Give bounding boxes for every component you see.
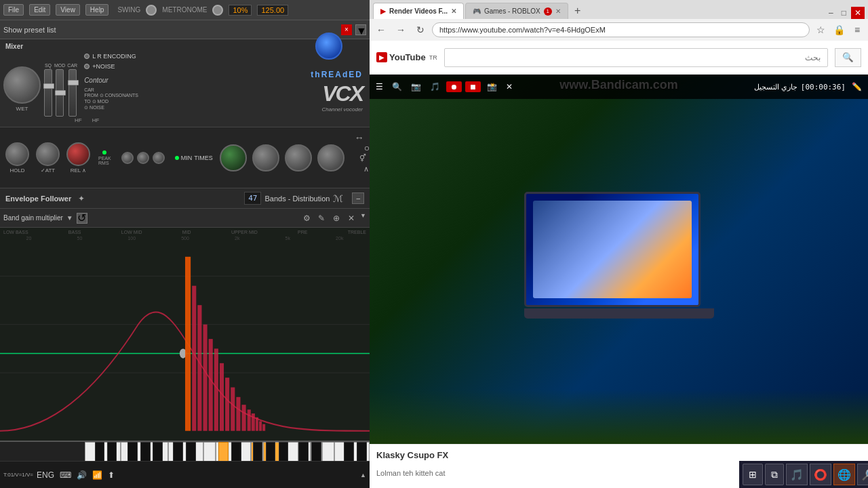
browser-tab-render[interactable]: ▶ Render Videos F... ✕ — [373, 3, 464, 19]
channel-name: Lolman teh kitteh cat — [376, 469, 446, 477]
laptop-screen — [524, 192, 701, 307]
vc-arabic-text: جاري التسجيل — [519, 83, 797, 92]
svg-rect-14 — [236, 397, 240, 431]
taskbar-app-1[interactable]: 🎵 — [786, 464, 808, 485]
small-knob-1[interactable] — [121, 152, 134, 164]
ltb-lang[interactable]: ENG — [37, 470, 54, 480]
min-led — [175, 156, 179, 160]
bg-edit-btn[interactable]: ✎ — [315, 212, 328, 224]
bg-settings-btn[interactable]: ⚙ — [300, 212, 313, 224]
large-knob-3[interactable] — [285, 144, 312, 171]
vc-zoom-btn[interactable]: 🔍 — [389, 81, 405, 93]
edit-menu-btn[interactable]: Edit — [29, 4, 50, 16]
svg-rect-18 — [256, 418, 258, 431]
bg-sync-btn[interactable]: ↺ — [77, 213, 87, 224]
rel-knob-group: REL ∧ — [66, 142, 90, 174]
forward-btn[interactable]: → — [393, 22, 409, 38]
new-tab-btn[interactable]: + — [570, 3, 586, 19]
preset-close-btn[interactable]: × — [341, 24, 352, 35]
vcx-title-group: VCX — [322, 81, 363, 106]
youtube-content: ▶ YouTube TR 🔍 www.Bandicam.com — [370, 41, 868, 488]
taskbar-app-4[interactable]: 🔎 — [857, 464, 868, 485]
bands-num: 47 — [244, 192, 261, 205]
vc-camera-btn[interactable]: 📸 — [484, 81, 500, 93]
bg-icon-group: ⚙ ✎ ⊕ ✕ ▼ — [300, 212, 366, 224]
browser-controls: ← → ↻ ☆ 🔒 ≡ — [370, 19, 868, 41]
ltb-icons: ENG ⌨ 🔊 📶 ⬆ — [37, 470, 115, 480]
yt-logo: ▶ YouTube TR — [376, 52, 437, 62]
peak-rms-label: PEAK RMS — [98, 156, 111, 165]
att-knob[interactable] — [36, 142, 60, 166]
ef-icon: ✦ — [78, 194, 85, 203]
bg-pin-btn[interactable]: ⊕ — [330, 212, 342, 224]
task-view-icon: ⧉ — [771, 469, 778, 481]
mod-fader[interactable] — [56, 69, 64, 117]
lock-icon: 🔒 — [831, 22, 846, 37]
laptop-base — [524, 308, 714, 319]
metronome-knob[interactable] — [212, 5, 223, 16]
bg-dropdown-btn[interactable]: ▼ — [360, 212, 366, 224]
small-knob-2[interactable] — [137, 152, 149, 164]
left-panel: File Edit View Help SWING METRONOME 10% … — [0, 0, 370, 488]
large-knob-2[interactable] — [252, 144, 279, 171]
large-knob-1[interactable] — [220, 144, 247, 171]
swing-knob[interactable] — [146, 5, 157, 16]
right-panel: ▶ Render Videos F... ✕ 🎮 Games - ROBLOX … — [370, 0, 868, 488]
vc-stop-btn[interactable]: ⏹ — [465, 81, 481, 92]
file-menu-btn[interactable]: File — [3, 4, 24, 16]
left-taskbar: T:01/V=1/V= ENG ⌨ 🔊 📶 ⬆ ▲ — [0, 461, 370, 488]
maximize-btn[interactable]: □ — [838, 7, 850, 19]
back-btn[interactable]: ← — [373, 22, 389, 38]
bg-close-btn[interactable]: ✕ — [345, 212, 357, 224]
taskbar-app-3-icon: 🌐 — [837, 468, 851, 481]
large-knob-4[interactable] — [317, 144, 344, 171]
reload-btn[interactable]: ↻ — [412, 22, 429, 38]
svg-rect-7 — [197, 305, 201, 431]
yt-search-input[interactable] — [444, 48, 828, 67]
vc-screenshot-btn[interactable]: 📷 — [408, 81, 424, 93]
browser-tab-roblox[interactable]: 🎮 Games - ROBLOX 1 ✕ — [465, 3, 568, 19]
settings-btn[interactable]: ≡ — [850, 22, 865, 37]
ltb-icon-2: 🔊 — [77, 470, 87, 480]
small-knob-3[interactable] — [153, 152, 165, 164]
vc-audio-btn[interactable]: 🎵 — [427, 81, 443, 93]
wet-knob[interactable] — [3, 66, 41, 104]
vc-menu-btn[interactable]: ☰ — [373, 81, 386, 93]
tab-close-2[interactable]: ✕ — [555, 7, 561, 15]
bookmark-btn[interactable]: ☆ — [813, 22, 828, 37]
view-menu-btn[interactable]: View — [56, 4, 80, 16]
noise-radio[interactable] — [84, 64, 90, 69]
help-menu-btn[interactable]: Help — [85, 4, 109, 16]
ltb-icon-4: ⬆ — [108, 470, 115, 480]
yt-search-btn[interactable]: 🔍 — [835, 48, 861, 67]
minimize-btn[interactable]: – — [825, 7, 837, 19]
lr-radio[interactable] — [84, 54, 90, 59]
preset-arrow-btn[interactable]: ▼ — [355, 24, 366, 35]
url-bar[interactable] — [432, 22, 810, 37]
chart-area: LOW BASS BASS LOW MID MID UPPER MID PRE … — [0, 228, 370, 441]
car-label: CAR — [67, 63, 77, 68]
tab-favicon-2: 🎮 — [473, 7, 481, 15]
laptop-screen-content — [533, 201, 692, 298]
ltb-icon-1: ⌨ — [60, 470, 71, 480]
svg-rect-17 — [252, 413, 255, 431]
taskbar-app-2[interactable]: ⭕ — [810, 464, 831, 485]
wet-label: WET — [3, 106, 41, 112]
bands-collapse-btn[interactable]: – — [352, 192, 364, 204]
bg-dropdown-arrow[interactable]: ▼ — [66, 214, 73, 222]
vc-record-btn[interactable]: ⏺ — [446, 81, 462, 92]
taskbar-start-btn[interactable]: ⊞ — [743, 464, 763, 485]
hold-knob[interactable] — [5, 142, 29, 166]
vc-edit-btn[interactable]: ✏️ — [849, 81, 865, 93]
threaded-indicator — [329, 43, 363, 70]
car-fader[interactable] — [68, 69, 77, 117]
vc-close-btn[interactable]: ✕ — [503, 81, 515, 93]
tab-close-1[interactable]: ✕ — [451, 7, 456, 15]
taskbar-task-view-btn[interactable]: ⧉ — [765, 464, 784, 485]
close-btn[interactable]: ✕ — [851, 7, 865, 19]
led-peak-group: PEAK RMS — [98, 150, 111, 165]
taskbar-app-3[interactable]: 🌐 — [833, 464, 855, 485]
contour-label: Contour — [84, 77, 138, 84]
rel-knob[interactable] — [66, 142, 90, 166]
sq-fader[interactable] — [44, 69, 52, 117]
